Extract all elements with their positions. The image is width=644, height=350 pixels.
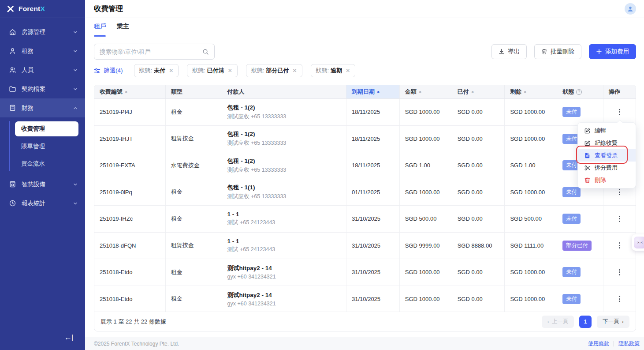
cell-remaining: SGD 1.00 <box>505 152 557 179</box>
cell-status: 未付 <box>557 99 603 125</box>
help-icon[interactable]: ? <box>576 89 582 95</box>
sidebar-item-device[interactable]: 智慧設備 <box>0 175 85 194</box>
page-number-button[interactable]: 1 <box>579 316 592 328</box>
sidebar-item-folder[interactable]: 契約檔案 <box>0 79 85 98</box>
record-payment-icon <box>584 140 591 147</box>
plus-icon <box>596 49 602 55</box>
person-icon <box>9 47 16 55</box>
menu-item-record-payment[interactable]: 紀錄收費 <box>578 137 636 149</box>
prev-page-button[interactable]: ‹上一頁 <box>542 316 574 328</box>
cell-status: 部分已付 <box>557 233 603 259</box>
row-actions-menu-icon[interactable] <box>616 267 623 277</box>
main-area: 收費管理 租戶業主 導出 批量刪除 <box>85 0 644 350</box>
sidebar-subitem[interactable]: 資金流水 <box>15 155 78 172</box>
sidebar-item-report[interactable]: 報表統計 <box>0 194 85 213</box>
tab-租戶[interactable]: 租戶 <box>94 23 106 35</box>
cell-paid: SGD 0.00 <box>452 126 505 152</box>
column-header[interactable]: 狀態 ? <box>557 85 603 98</box>
chevron-down-icon <box>73 201 78 206</box>
sidebar: ForentX 房源管理 租務 人員 契約檔案 財務 收費管理 賬單管理 資金流… <box>0 0 85 350</box>
menu-item-delete[interactable]: 刪除 <box>578 174 636 186</box>
search-icon[interactable] <box>202 49 209 55</box>
table-row: 251018-dFQN 租賃按金 1 - 1 測試 +65 24123443 3… <box>94 233 636 260</box>
menu-item-edit[interactable]: 編輯 <box>578 124 636 137</box>
feedback-widget-button[interactable]: >_< <box>632 234 644 251</box>
column-header[interactable]: 操作 <box>603 85 636 98</box>
feedback-face-icon: >_< <box>634 237 644 248</box>
chevron-down-icon <box>73 182 78 187</box>
folder-icon <box>9 85 16 93</box>
sidebar-item-people[interactable]: 人員 <box>0 60 85 79</box>
table-row: 251019-0lPq 租金 包租 - 1(1) 測試应收 +65 133333… <box>94 179 636 206</box>
row-actions-menu-icon[interactable] <box>616 241 623 250</box>
sidebar-collapse-icon[interactable]: ←| <box>64 333 73 342</box>
column-header[interactable]: 類型 <box>166 85 222 98</box>
user-avatar[interactable] <box>625 3 636 15</box>
chip-close-icon[interactable]: ✕ <box>169 68 173 74</box>
footer-link[interactable]: 使用條款 <box>588 340 609 347</box>
filter-row: 篩選(4) 狀態: 未付 ✕ 狀態: 已付清 ✕ 狀態: 部分已付 ✕ 狀態: … <box>94 64 355 77</box>
cell-fee-id: 251019-PI4J <box>94 99 166 125</box>
filter-chip: 狀態: 已付清 ✕ <box>187 64 238 77</box>
add-fee-button[interactable]: 添加費用 <box>589 44 636 59</box>
cell-type: 租金 <box>166 179 222 206</box>
search-input[interactable] <box>100 49 202 55</box>
row-actions-menu-icon[interactable] <box>616 107 623 117</box>
sidebar-subitem[interactable]: 收費管理 <box>15 121 78 136</box>
edit-icon <box>584 128 591 134</box>
cell-status: 未付 <box>557 259 603 286</box>
chevron-right-icon: › <box>622 319 624 325</box>
cell-payer: 包租 - 1(1) 測試应收 +65 13333333 <box>222 179 346 206</box>
filter-chip: 狀態: 未付 ✕ <box>134 64 179 77</box>
column-header[interactable]: 已付 ▲▼ <box>452 85 505 98</box>
column-header[interactable]: 付款人 <box>222 85 346 98</box>
cell-paid: SGD 0.00 <box>452 259 505 286</box>
page-header: 收費管理 <box>85 0 644 18</box>
sidebar-item-finance[interactable]: 財務 <box>0 98 85 117</box>
sidebar-item-person[interactable]: 租務 <box>0 41 85 60</box>
cell-fee-id: 251019-0lPq <box>94 179 166 206</box>
cell-amount: SGD 1000.00 <box>400 179 452 206</box>
cell-due-date: 31/10/2025 <box>346 286 400 312</box>
cell-type: 租金 <box>166 99 222 125</box>
cell-payer: 測试hitpay2 - 14 gyx +60 341234321 <box>222 286 346 312</box>
sidebar-subitem[interactable]: 賬單管理 <box>15 138 78 155</box>
row-actions-menu-icon[interactable] <box>616 187 623 197</box>
cell-fee-id: 251018-Etdo <box>94 259 166 286</box>
menu-item-split-fee[interactable]: 拆分費用 <box>578 162 636 174</box>
row-actions-menu-icon[interactable] <box>616 214 623 224</box>
sidebar-item-home[interactable]: 房源管理 <box>0 23 85 41</box>
cell-due-date: 18/11/2025 <box>346 99 400 125</box>
bulk-delete-button[interactable]: 批量刪除 <box>534 44 581 59</box>
column-header[interactable]: 剩餘 ▲▼ <box>505 85 557 98</box>
device-icon <box>9 181 16 188</box>
chip-close-icon[interactable]: ✕ <box>228 68 232 74</box>
column-header[interactable]: 金額 ▲▼ <box>400 85 452 98</box>
submenu-guide-line <box>9 121 10 171</box>
next-page-button[interactable]: 下一頁› <box>597 316 629 328</box>
cell-remaining: SGD 1000.00 <box>505 259 557 286</box>
column-header[interactable]: 收費編號 ▲▼ <box>94 85 166 98</box>
cell-paid: SGD 0.00 <box>452 206 505 232</box>
fees-table: 收費編號 ▲▼ 類型 付款人 到期日期 ▲▼ 金額 ▲▼ 已付 ▲▼ 剩餘 ▲▼… <box>94 85 636 331</box>
chip-close-icon[interactable]: ✕ <box>293 68 297 74</box>
chip-close-icon[interactable]: ✕ <box>346 68 350 74</box>
export-button[interactable]: 導出 <box>491 44 527 59</box>
filter-toggle[interactable]: 篩選(4) <box>94 67 123 75</box>
status-badge: 未付 <box>562 187 581 197</box>
footer-link-divider <box>614 341 614 346</box>
row-actions-menu-icon[interactable] <box>616 294 623 304</box>
tab-業主[interactable]: 業主 <box>117 23 129 35</box>
cell-amount: SGD 500.00 <box>400 206 452 232</box>
column-header[interactable]: 到期日期 ▲▼ <box>346 85 400 98</box>
cell-type: 租賃按金 <box>166 126 222 152</box>
cell-type: 租金 <box>166 206 222 232</box>
table-row: 251018-Etdo 租金 測试hitpay2 - 14 gyx +60 34… <box>94 286 636 313</box>
cell-remaining: SGD 500.00 <box>505 206 557 232</box>
footer-link[interactable]: 隱私政策 <box>618 340 640 347</box>
page-footer: ©2025 ForentX Technology Pte. Ltd. 使用條款隱… <box>85 337 644 350</box>
table-row: 251019-IHZc 租金 1 - 1 測試 +65 24123443 31/… <box>94 206 636 233</box>
filter-chip: 狀態: 部分已付 ✕ <box>246 64 302 77</box>
menu-item-invoice[interactable]: 查看發票 <box>578 149 636 162</box>
row-context-menu: 編輯 紀錄收費 查看發票 拆分費用 刪除 <box>577 122 636 188</box>
